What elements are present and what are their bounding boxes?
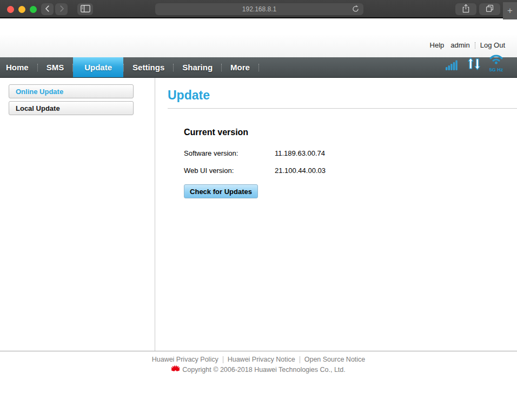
traffic-arrows-icon xyxy=(468,57,480,72)
huawei-logo-icon xyxy=(171,365,180,374)
close-window-button[interactable] xyxy=(7,6,14,13)
software-version-label: Software version: xyxy=(184,149,275,157)
forward-button[interactable] xyxy=(55,3,68,15)
sidebar-toggle-button[interactable] xyxy=(77,3,93,15)
privacy-notice-link[interactable]: Huawei Privacy Notice xyxy=(228,356,295,363)
help-link[interactable]: Help xyxy=(430,41,445,49)
site-header: Help admin Log Out xyxy=(0,18,517,57)
copyright-text: Copyright © 2006-2018 Huawei Technologie… xyxy=(182,366,346,374)
nav-separator xyxy=(258,64,259,71)
dotted-separator xyxy=(475,42,475,49)
window-controls xyxy=(7,6,37,13)
sidebar: Online Update Local Update xyxy=(0,78,155,351)
zoom-window-button[interactable] xyxy=(30,6,37,13)
open-source-notice-link[interactable]: Open Source Notice xyxy=(304,356,366,363)
minimize-window-button[interactable] xyxy=(18,6,25,13)
webui-version-label: Web UI version: xyxy=(184,166,275,175)
software-version-row: Software version: 11.189.63.00.74 xyxy=(184,149,517,157)
admin-link[interactable]: admin xyxy=(450,41,469,49)
webui-version-row: Web UI version: 21.100.44.00.03 xyxy=(184,166,517,175)
nav-item-home[interactable]: Home xyxy=(6,57,37,77)
webui-version-value: 21.100.44.00.03 xyxy=(275,166,326,175)
share-button[interactable] xyxy=(455,3,476,15)
share-icon xyxy=(462,4,470,15)
software-version-value: 11.189.63.00.74 xyxy=(275,149,325,157)
nav-item-settings[interactable]: Settings xyxy=(124,57,173,77)
current-version-section: Current version Software version: 11.189… xyxy=(184,128,517,198)
plus-icon: + xyxy=(507,5,513,16)
back-button[interactable] xyxy=(41,3,54,15)
address-bar[interactable]: 192.168.8.1 xyxy=(155,3,363,15)
url-text: 192.168.8.1 xyxy=(155,3,363,15)
footer-separator xyxy=(300,356,300,363)
footer-links: Huawei Privacy Policy Huawei Privacy Not… xyxy=(0,356,517,363)
chevron-right-icon xyxy=(58,5,65,14)
footer-separator xyxy=(223,356,223,363)
page-title: Update xyxy=(168,88,517,103)
check-for-updates-button[interactable]: Check for Updates xyxy=(184,184,258,198)
logout-link[interactable]: Log Out xyxy=(480,41,505,49)
new-tab-button[interactable]: + xyxy=(503,2,517,19)
signal-strength-icon xyxy=(446,60,460,72)
wifi-icon xyxy=(488,53,504,66)
page-footer: Huawei Privacy Policy Huawei Privacy Not… xyxy=(0,351,517,418)
nav-item-update[interactable]: Update xyxy=(73,57,123,77)
tabs-overview-button[interactable] xyxy=(479,3,500,15)
nav-item-more[interactable]: More xyxy=(222,57,258,77)
sidebar-item-local-update[interactable]: Local Update xyxy=(9,101,134,115)
main-navigation: Home SMS Update Settings Sharing More xyxy=(0,57,517,78)
sidebar-icon xyxy=(81,5,90,14)
browser-chrome: 192.168.8.1 + xyxy=(0,0,517,18)
wifi-status: 5G Hz xyxy=(488,53,504,72)
tabs-icon xyxy=(486,4,494,14)
privacy-policy-link[interactable]: Huawei Privacy Policy xyxy=(152,356,218,363)
chevron-left-icon xyxy=(44,5,51,14)
title-divider xyxy=(168,108,517,109)
wifi-band-label: 5G Hz xyxy=(489,67,503,72)
sidebar-item-online-update[interactable]: Online Update xyxy=(9,84,134,98)
status-indicators: 5G Hz xyxy=(446,53,504,72)
nav-item-sms[interactable]: SMS xyxy=(38,57,73,77)
section-title: Current version xyxy=(184,128,517,137)
reload-icon[interactable] xyxy=(352,5,360,13)
account-links: Help admin Log Out xyxy=(430,41,505,49)
nav-item-sharing[interactable]: Sharing xyxy=(174,57,221,77)
content-area: Online Update Local Update Update Curren… xyxy=(0,78,517,351)
copyright-line: Copyright © 2006-2018 Huawei Technologie… xyxy=(0,365,517,374)
main-panel: Update Current version Software version:… xyxy=(155,78,517,351)
